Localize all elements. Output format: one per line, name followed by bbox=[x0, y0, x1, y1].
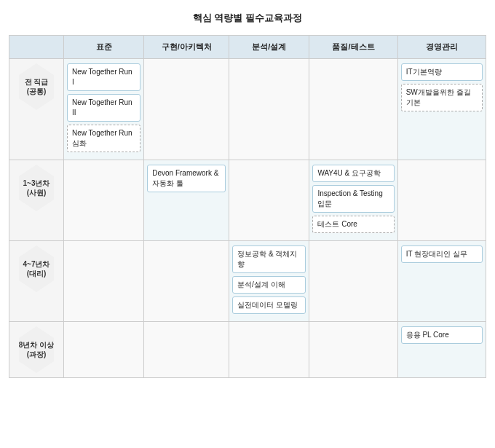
header-management: 경영관리 bbox=[397, 36, 486, 59]
content-cell bbox=[229, 160, 309, 241]
course-card: SW개발을위한 즐길기본 bbox=[401, 84, 483, 111]
content-cell bbox=[229, 322, 309, 378]
content-cell: 정보공학 & 객체지향분석/설계 이해실전데이터 모델링 bbox=[229, 241, 309, 322]
content-cell bbox=[309, 59, 397, 160]
row-label-line1: 8년차 이상 bbox=[19, 340, 54, 350]
content-cell bbox=[63, 160, 143, 241]
content-cell bbox=[144, 59, 229, 160]
hex-label: 1~3년차(사원) bbox=[16, 165, 57, 211]
content-cell bbox=[229, 59, 309, 160]
row-label: 1~3년차(사원) bbox=[9, 160, 64, 241]
row-label-line1: 1~3년차 bbox=[23, 178, 50, 188]
course-card: IT기본역량 bbox=[401, 63, 483, 81]
content-cell bbox=[309, 322, 397, 378]
course-card: IT 현장대리인 실무 bbox=[401, 245, 483, 263]
main-table: 표준 구현/아키텍처 분석/설계 품질/테스트 경영관리 전 직급(공통)New… bbox=[9, 35, 486, 378]
content-cell bbox=[397, 160, 486, 241]
course-card: 분석/설계 이해 bbox=[232, 276, 306, 294]
course-card: 응용 PL Core bbox=[401, 326, 483, 344]
hex-label: 8년차 이상(과장) bbox=[16, 326, 57, 373]
hex-label: 4~7년차(대리) bbox=[16, 245, 57, 292]
content-cell bbox=[63, 322, 143, 378]
row-label-line1: 전 직급 bbox=[25, 77, 49, 87]
header-label bbox=[9, 36, 64, 59]
content-cell bbox=[63, 241, 143, 322]
row-label-line1: 4~7년차 bbox=[23, 259, 50, 269]
content-cell: IT 현장대리인 실무 bbox=[397, 241, 486, 322]
row-label-line2: (대리) bbox=[27, 269, 47, 278]
row-label: 8년차 이상(과장) bbox=[9, 322, 64, 378]
table-row: 전 직급(공통)New Together Run INew Together R… bbox=[9, 59, 486, 160]
course-card: New Together Run 심화 bbox=[67, 125, 140, 152]
header-architecture: 구현/아키텍처 bbox=[144, 36, 229, 59]
content-cell bbox=[144, 241, 229, 322]
table-row: 4~7년차(대리)정보공학 & 객체지향분석/설계 이해실전데이터 모델링IT … bbox=[9, 241, 486, 322]
content-cell bbox=[144, 322, 229, 378]
content-cell: 응용 PL Core bbox=[397, 322, 486, 378]
page-title: 핵심 역량별 필수교육과정 bbox=[9, 12, 486, 25]
content-cell bbox=[309, 241, 397, 322]
course-card: New Together Run I bbox=[67, 63, 140, 91]
hex-label: 전 직급(공통) bbox=[16, 63, 57, 110]
row-label-line2: (과장) bbox=[27, 350, 47, 359]
course-card: 실전데이터 모델링 bbox=[232, 296, 306, 314]
row-label-line2: (공통) bbox=[27, 87, 47, 96]
header-quality: 품질/테스트 bbox=[309, 36, 397, 59]
content-cell: IT기본역량SW개발을위한 즐길기본 bbox=[397, 59, 486, 160]
row-label: 4~7년차(대리) bbox=[9, 241, 64, 322]
course-card: 테스트 Core bbox=[312, 216, 394, 233]
page-container: 핵심 역량별 필수교육과정 표준 구현/아키텍처 분석/설계 품질/테스트 경영… bbox=[0, 0, 495, 390]
course-card: Devon Framework & 자동화 툴 bbox=[147, 165, 226, 192]
course-card: Inspection & Testing 입문 bbox=[312, 185, 394, 213]
header-standard: 표준 bbox=[63, 36, 143, 59]
header-analysis: 분석/설계 bbox=[229, 36, 309, 59]
course-card: New Together Run II bbox=[67, 94, 140, 122]
content-cell: Devon Framework & 자동화 툴 bbox=[144, 160, 229, 241]
row-label: 전 직급(공통) bbox=[9, 59, 64, 160]
course-card: WAY4U & 요구공학 bbox=[312, 165, 394, 182]
content-cell: New Together Run INew Together Run IINew… bbox=[63, 59, 143, 160]
course-card: 정보공학 & 객체지향 bbox=[232, 245, 306, 273]
row-label-line2: (사원) bbox=[27, 188, 47, 197]
content-cell: WAY4U & 요구공학Inspection & Testing 입문테스트 C… bbox=[309, 160, 397, 241]
header-row: 표준 구현/아키텍처 분석/설계 품질/테스트 경영관리 bbox=[9, 36, 486, 59]
table-row: 8년차 이상(과장)응용 PL Core bbox=[9, 322, 486, 378]
table-row: 1~3년차(사원)Devon Framework & 자동화 툴WAY4U & … bbox=[9, 160, 486, 241]
